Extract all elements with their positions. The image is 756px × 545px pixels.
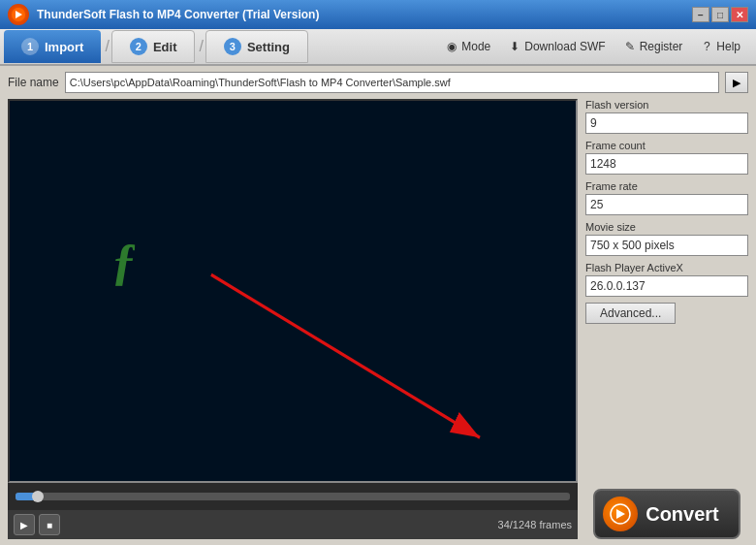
menu-right: ◉ Mode ⬇ Download SWF ✎ Register ? Help [441, 38, 752, 55]
tab-import-label: Import [45, 40, 83, 54]
browse-icon: ▶ [733, 77, 740, 89]
convert-btn-wrapper: Convert [585, 489, 748, 539]
frame-rate-input[interactable] [585, 194, 748, 215]
frame-count-input[interactable] [585, 153, 748, 175]
controls-bar [8, 483, 578, 510]
tab-import-number: 1 [21, 38, 39, 55]
file-label: File name [8, 76, 59, 89]
window-title: ThunderSoft Flash to MP4 Converter (Tria… [37, 8, 692, 21]
spacer [585, 330, 748, 483]
flash-version-label: Flash version [585, 99, 748, 111]
menu-download-label: Download SWF [524, 40, 605, 53]
tab-setting-number: 3 [224, 38, 241, 55]
movie-size-input[interactable] [585, 235, 748, 256]
tab-edit[interactable]: 2 Edit [111, 30, 196, 63]
register-icon: ✎ [623, 40, 637, 53]
stop-icon: ■ [47, 520, 52, 530]
video-panel: ƒ [8, 99, 578, 539]
frame-count-group: Frame count [585, 140, 748, 175]
window-controls: − □ ✕ [692, 7, 748, 22]
flash-version-input[interactable] [585, 112, 748, 134]
frame-rate-label: Frame rate [585, 180, 748, 192]
content-area: ƒ [8, 99, 748, 539]
file-path-input[interactable] [65, 72, 719, 93]
convert-button[interactable]: Convert [593, 489, 740, 539]
tab-setting[interactable]: 3 Setting [205, 30, 308, 63]
convert-label: Convert [646, 503, 719, 526]
convert-icon [603, 497, 638, 531]
menu-help-label: Help [716, 40, 740, 53]
mode-icon: ◉ [445, 40, 458, 53]
main-content: File name ▶ ƒ [0, 66, 756, 545]
flash-version-group: Flash version [585, 99, 748, 134]
play-icon: ▶ [20, 520, 28, 530]
menu-register[interactable]: ✎ Register [619, 38, 687, 55]
maximize-button[interactable]: □ [711, 7, 729, 22]
tab-divider-1: / [105, 38, 109, 55]
file-browse-button[interactable]: ▶ [725, 72, 748, 93]
flash-logo: ƒ [111, 232, 137, 289]
movie-size-group: Movie size [585, 221, 748, 256]
frame-count-label: Frame count [585, 140, 748, 151]
menu-help[interactable]: ? Help [696, 38, 744, 55]
tab-divider-2: / [199, 38, 203, 55]
flash-player-label: Flash Player ActiveX [585, 262, 748, 273]
frame-rate-group: Frame rate [585, 180, 748, 215]
file-row: File name ▶ [8, 72, 748, 93]
tab-edit-number: 2 [130, 38, 147, 55]
help-icon: ? [700, 40, 713, 53]
tab-import[interactable]: 1 Import [4, 30, 101, 63]
menu-mode[interactable]: ◉ Mode [441, 38, 494, 55]
playback-bar: ▶ ■ 34/1248 frames [8, 510, 578, 539]
advanced-button[interactable]: Advanced... [585, 303, 676, 324]
advanced-label: Advanced... [600, 306, 661, 320]
red-arrow [10, 101, 576, 481]
flash-player-input[interactable] [585, 275, 748, 297]
play-button[interactable]: ▶ [14, 514, 35, 535]
stop-button[interactable]: ■ [39, 514, 60, 535]
frame-info: 34/1248 frames [498, 519, 572, 530]
flash-player-group: Flash Player ActiveX [585, 262, 748, 297]
video-screen: ƒ [8, 99, 578, 483]
minimize-button[interactable]: − [692, 7, 709, 22]
svg-line-3 [211, 274, 480, 437]
app-logo [8, 4, 29, 25]
progress-thumb [32, 491, 44, 502]
movie-size-label: Movie size [585, 221, 748, 233]
title-bar: ThunderSoft Flash to MP4 Converter (Tria… [0, 0, 756, 29]
menubar: 1 Import / 2 Edit / 3 Setting ◉ Mode ⬇ D… [0, 29, 756, 66]
download-icon: ⬇ [508, 40, 521, 53]
tab-edit-label: Edit [153, 40, 177, 54]
tab-setting-label: Setting [247, 40, 290, 54]
right-panel: Flash version Frame count Frame rate Mov… [585, 99, 748, 539]
tab-bar: 1 Import / 2 Edit / 3 Setting [4, 29, 310, 64]
menu-download-swf[interactable]: ⬇ Download SWF [504, 38, 609, 55]
menu-register-label: Register [640, 40, 683, 53]
progress-bar[interactable] [16, 493, 570, 500]
menu-mode-label: Mode [461, 40, 490, 53]
close-button[interactable]: ✕ [731, 7, 748, 22]
